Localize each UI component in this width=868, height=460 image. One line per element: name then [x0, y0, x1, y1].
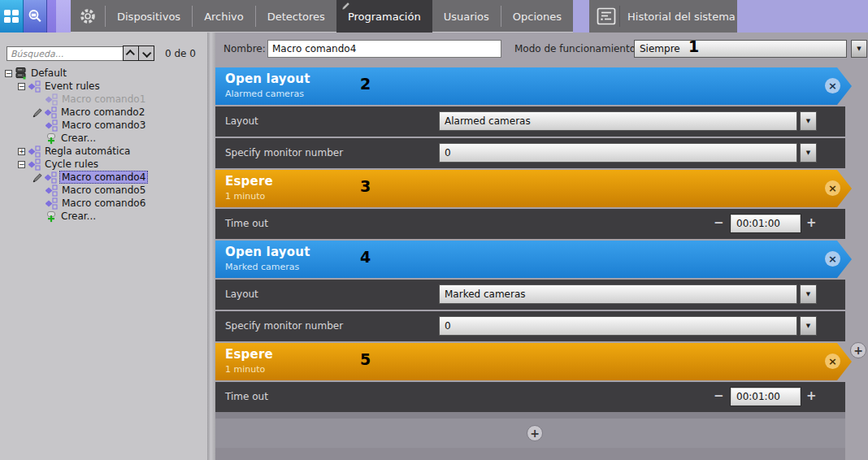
close-icon[interactable]: ×: [825, 78, 840, 93]
rule-icon: [28, 145, 41, 158]
decrement-button[interactable]: −: [714, 215, 724, 230]
action-row-timeout: Time out − 00:01:00 +: [215, 382, 845, 412]
create-icon: [46, 210, 57, 223]
tree-item-macro-comando4[interactable]: Macro comando4: [0, 171, 206, 184]
tab-label: Detectores: [267, 11, 325, 23]
increment-button[interactable]: +: [806, 388, 817, 403]
tab-dispositivos[interactable]: Dispositivos: [106, 0, 192, 33]
add-action-button[interactable]: +: [527, 425, 543, 441]
action-row-monitor: Specify monitor number 0 ▼: [215, 311, 845, 341]
tree-item-crear[interactable]: Crear...: [0, 210, 206, 223]
tree-item-macro-comando2[interactable]: Macro comando2: [0, 106, 206, 119]
application-window: Dispositivos Archivo Detectores Programa…: [0, 0, 868, 460]
chevron-down-icon: ▼: [806, 291, 810, 297]
name-label: Nombre:: [224, 43, 266, 54]
sidebar-splitter[interactable]: [207, 33, 215, 460]
layouts-button[interactable]: [0, 0, 24, 33]
tree-item-label: Macro comando4: [59, 171, 148, 184]
decrement-button[interactable]: −: [714, 388, 724, 403]
search-next-button[interactable]: [138, 46, 154, 61]
gear-icon: [78, 7, 98, 26]
tree-item-default[interactable]: −Default: [0, 67, 206, 80]
annotation-4: 4: [360, 248, 371, 266]
tab-programacion[interactable]: Programación: [336, 0, 432, 33]
settings-button[interactable]: [71, 0, 105, 33]
accent-strip-dark: [47, 0, 56, 33]
collapse-icon[interactable]: −: [18, 161, 25, 168]
rule-icon: [46, 184, 58, 197]
search-input[interactable]: [7, 46, 125, 61]
tree-item-regla-autom-tica[interactable]: +Regla automática: [0, 145, 206, 158]
row-label: Time out: [225, 218, 268, 229]
dropdown-button[interactable]: ▼: [800, 284, 817, 304]
collapse-icon[interactable]: −: [5, 70, 12, 77]
tree-item-cycle-rules[interactable]: −Cycle rules: [0, 158, 206, 171]
mode-value: Siempre: [640, 43, 680, 54]
chevron-down-icon: ▼: [806, 323, 810, 329]
chevron-up-icon: [126, 50, 135, 59]
tree-item-label: Macro comando1: [60, 93, 147, 105]
mode-select[interactable]: Siempre: [634, 40, 847, 58]
dropdown-button[interactable]: ▼: [800, 316, 817, 336]
collapse-icon[interactable]: −: [18, 83, 25, 90]
footer-bottom-strip: [215, 448, 845, 460]
action-subtitle: 1 minuto: [225, 191, 852, 202]
footer-shadow-strip: [215, 412, 845, 419]
tree-item-macro-comando3[interactable]: Macro comando3: [0, 119, 206, 132]
toolbar-background: [737, 0, 868, 33]
tree-item-label: Default: [29, 67, 68, 79]
rule-icon: [46, 197, 58, 210]
row-label: Specify monitor number: [225, 147, 343, 158]
system-history-button[interactable]: Historial del sistema: [589, 0, 737, 33]
rule-icon: [45, 171, 57, 184]
timeout-field[interactable]: 00:01:00: [731, 215, 801, 232]
dropdown-button[interactable]: ▼: [800, 143, 817, 163]
tab-detectores[interactable]: Detectores: [256, 0, 336, 33]
layout-select[interactable]: Marked cameras: [439, 284, 797, 304]
monitor-select[interactable]: 0: [439, 316, 797, 336]
close-icon[interactable]: ×: [825, 354, 840, 369]
action-subtitle: Marked cameras: [225, 262, 852, 272]
timeout-field[interactable]: 00:01:00: [731, 388, 801, 406]
increment-button[interactable]: +: [806, 215, 817, 230]
close-icon[interactable]: ×: [825, 251, 840, 267]
tab-archivo[interactable]: Archivo: [193, 0, 255, 33]
tree-item-macro-comando6[interactable]: Macro comando6: [0, 197, 206, 210]
insert-action-button[interactable]: +: [850, 342, 866, 358]
monitor-value: 0: [445, 320, 451, 332]
search-prev-button[interactable]: [123, 46, 139, 61]
tree-item-label: Crear...: [59, 132, 98, 144]
row-label: Layout: [225, 289, 258, 300]
tree-item-label: Crear...: [59, 210, 98, 222]
plus-icon: +: [530, 427, 540, 440]
tree-item-event-rules[interactable]: −Event rules: [0, 80, 206, 93]
tree-item-macro-comando5[interactable]: Macro comando5: [0, 184, 206, 197]
action-title: Espere: [225, 347, 852, 362]
monitor-select[interactable]: 0: [439, 143, 797, 163]
macro-name-input[interactable]: [267, 40, 501, 58]
rule-icon: [46, 93, 58, 106]
global-search-button[interactable]: [24, 0, 47, 33]
tab-label: Archivo: [204, 11, 244, 23]
tree-item-crear[interactable]: Crear...: [0, 132, 206, 145]
tab-usuarios[interactable]: Usuarios: [432, 0, 501, 33]
action-subtitle: 1 minuto: [225, 364, 852, 375]
dropdown-button[interactable]: ▼: [800, 111, 817, 131]
action-header-open-layout-1: Open layout Alarmed cameras 2 ×: [215, 67, 852, 105]
layout-select[interactable]: Alarmed cameras: [439, 111, 797, 131]
tree-item-macro-comando1[interactable]: Macro comando1: [0, 93, 206, 106]
search-icon: [28, 9, 42, 24]
timeout-value: 00:01:00: [736, 391, 780, 402]
grid-icon: [4, 10, 19, 23]
mode-dropdown-button[interactable]: ▼: [851, 40, 867, 58]
tab-label: Usuarios: [444, 11, 489, 23]
layout-value: Alarmed cameras: [445, 115, 531, 127]
macro-header-row: Nombre: Modo de funcionamiento Siempre 1…: [215, 33, 868, 67]
tab-opciones[interactable]: Opciones: [501, 0, 573, 33]
chevron-down-icon: [142, 48, 151, 57]
expand-icon[interactable]: +: [18, 148, 25, 155]
annotation-3: 3: [360, 177, 371, 195]
annotation-2: 2: [360, 75, 371, 93]
tree-item-label: Macro comando6: [60, 197, 147, 209]
close-icon[interactable]: ×: [825, 180, 840, 196]
